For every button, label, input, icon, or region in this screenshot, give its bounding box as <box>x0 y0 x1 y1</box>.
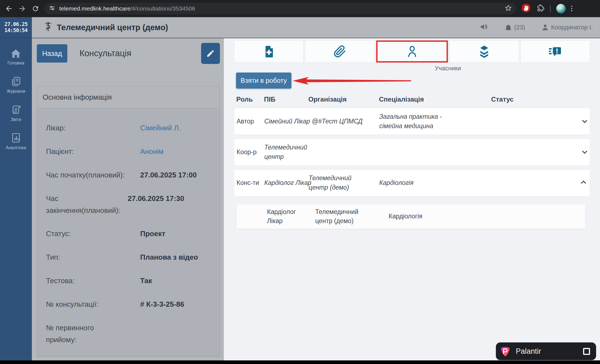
edit-button[interactable] <box>201 43 220 64</box>
toolbar-divider <box>550 5 551 12</box>
sidebar-item-reports[interactable]: Звіти <box>11 104 21 122</box>
col-status: Статус <box>491 95 576 103</box>
feedback-icon <box>548 45 562 58</box>
user-label: Координатор І. <box>551 24 593 31</box>
pencil-icon <box>206 49 215 58</box>
reports-scroll-icon <box>11 104 21 115</box>
participants-icon <box>406 45 419 58</box>
chevron-up-icon <box>581 180 586 185</box>
annotation-arrow <box>293 76 412 86</box>
medical-record-icon <box>263 45 275 58</box>
sidebar-date: 27.06.25 <box>4 21 28 27</box>
col-organization: Організація <box>308 95 379 103</box>
col-specialization: Спеціалізація <box>379 95 491 103</box>
field-doctor: Лікар: Сімейний Л. <box>46 116 217 140</box>
col-role: Роль <box>236 95 264 103</box>
collapse-row-button[interactable] <box>582 180 590 185</box>
palantir-widget[interactable]: Palantir <box>496 342 596 360</box>
field-patient: Пацієнт: Анонім <box>46 140 217 163</box>
tab-medical-record[interactable] <box>234 40 304 63</box>
browser-profile-avatar[interactable] <box>556 4 566 13</box>
field-test: Тестова: Так <box>46 269 217 293</box>
table-header-row: Роль ПІБ Організація Спеціалізація Стату… <box>234 91 590 108</box>
table-row[interactable]: Коор-р Телемедичний центр <box>234 139 590 166</box>
tab-attachments[interactable] <box>305 40 375 63</box>
sidebar-time: 14:50:54 <box>4 27 28 33</box>
field-status: Статус: Проект <box>46 222 217 246</box>
expand-row-button[interactable] <box>582 150 590 155</box>
main-info-title: Основна інформація <box>43 93 112 102</box>
chevron-down-icon <box>582 149 587 154</box>
bell-icon <box>505 24 512 31</box>
user-icon <box>542 24 549 31</box>
main-info-card: Основна інформація Лікар: Сімейний Л. Па… <box>37 86 220 356</box>
journals-icon <box>11 76 21 87</box>
extensions-puzzle-icon[interactable] <box>536 4 545 13</box>
tab-bar <box>234 40 590 63</box>
main-info-header: Основна інформація <box>37 86 220 109</box>
adblock-extension-icon[interactable] <box>521 3 531 14</box>
attachments-paperclip-icon <box>334 45 346 58</box>
sidebar-clock: 27.06.25 14:50:54 <box>0 17 32 38</box>
table-row[interactable]: Конс-ти Кардіолог Лікар Телемедичний цен… <box>234 169 590 196</box>
active-tab-label: Учасники <box>412 65 484 72</box>
bookmark-star-icon[interactable] <box>505 4 512 13</box>
tab-stages[interactable] <box>449 40 519 63</box>
field-type: Тип: Планова з відео <box>46 246 217 269</box>
palantir-logo-icon <box>499 345 511 357</box>
field-primary-visit-number: № первинного прийому: <box>46 316 217 352</box>
tab-participants[interactable] <box>376 40 448 63</box>
page-title: Консультація <box>80 48 131 58</box>
sidebar: 27.06.25 14:50:54 Головна Журнали Звіти <box>0 17 32 360</box>
field-consultation-number: № консультації: # К-3-3-25-86 <box>46 293 217 316</box>
patient-link[interactable]: Анонім <box>140 146 163 158</box>
url-text[interactable]: telemed.medlink.healthcare/#/consultatio… <box>59 5 505 12</box>
site-settings-icon[interactable] <box>49 5 55 12</box>
analytics-icon <box>11 133 21 143</box>
browser-reload-icon[interactable] <box>29 2 42 15</box>
browser-toolbar: telemed.medlink.healthcare/#/consultatio… <box>0 0 600 17</box>
field-start-time: Час початку(плановий): 27.06.2025 17:00 <box>46 163 217 187</box>
browser-menu-icon[interactable] <box>571 6 572 11</box>
caduceus-icon <box>44 22 52 33</box>
expanded-detail-row: Кардіолог Лікар Телемедичний центр (демо… <box>236 204 585 229</box>
user-menu[interactable]: Координатор І. <box>542 24 593 31</box>
bottom-bar <box>0 360 600 364</box>
sidebar-item-journals[interactable]: Журнали <box>7 76 25 94</box>
expand-row-button[interactable] <box>582 119 590 124</box>
address-bar[interactable]: telemed.medlink.healthcare/#/consultatio… <box>44 3 516 14</box>
home-icon <box>11 49 21 58</box>
col-name: ПІБ <box>264 95 308 103</box>
notifications-count: (23) <box>514 24 525 31</box>
chevron-down-icon <box>582 118 587 123</box>
take-to-work-button[interactable]: Взяти в роботу <box>236 73 291 89</box>
tab-feedback[interactable] <box>520 40 590 63</box>
notifications-bell[interactable]: (23) <box>505 24 525 31</box>
sound-icon[interactable] <box>480 23 488 32</box>
app-title: Телемедичний центр (демо) <box>57 23 168 32</box>
app-header: Телемедичний центр (демо) (23) Координат… <box>32 17 600 38</box>
palantir-label: Palantir <box>516 347 541 356</box>
field-end-time: Час закінчення(плановий): 27.06.2025 17:… <box>46 187 217 222</box>
consultation-tabs-panel: Учасники Взяти в роботу Роль ПІБ Організ… <box>224 38 600 360</box>
browser-forward-icon[interactable] <box>16 2 29 15</box>
browser-back-icon[interactable] <box>2 2 16 15</box>
doctor-link[interactable]: Сімейний Л. <box>140 122 181 134</box>
back-button[interactable]: Назад <box>37 44 67 63</box>
participants-table: Роль ПІБ Організація Спеціалізація Стату… <box>234 91 590 229</box>
consultation-details-panel: Назад Консультація Основна інформація Лі… <box>32 38 224 360</box>
table-row[interactable]: Автор Сімейний Лікар @#Тест ЦПМСД Загаль… <box>234 108 590 135</box>
sidebar-item-analytics[interactable]: Аналітика <box>6 133 26 150</box>
stages-layers-icon <box>478 45 491 58</box>
restore-window-icon[interactable] <box>583 348 590 355</box>
sidebar-item-home[interactable]: Головна <box>7 49 24 66</box>
